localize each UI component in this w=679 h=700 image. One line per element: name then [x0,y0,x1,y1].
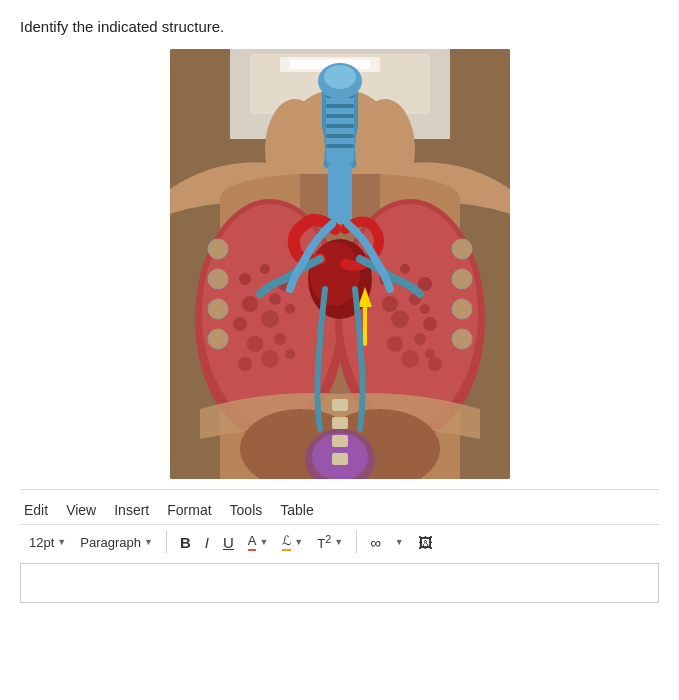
svg-point-42 [391,310,409,328]
svg-rect-13 [326,144,354,148]
divider-1 [166,531,167,553]
svg-rect-12 [326,134,354,138]
link-button[interactable]: ∞ [365,532,386,553]
svg-point-27 [261,310,279,328]
svg-point-43 [420,304,430,314]
menu-format[interactable]: Format [167,502,211,518]
menu-edit[interactable]: Edit [24,502,48,518]
paragraph-chevron: ▼ [144,537,153,547]
svg-point-58 [208,299,228,319]
font-size-value: 12pt [29,535,54,550]
underline-label: U [223,534,234,551]
svg-point-51 [310,242,360,306]
svg-point-46 [428,357,442,371]
svg-point-22 [260,264,270,274]
svg-rect-67 [332,417,348,429]
svg-point-57 [208,269,228,289]
svg-point-15 [324,65,356,89]
svg-rect-68 [332,435,348,447]
svg-point-28 [285,304,295,314]
svg-point-33 [285,349,295,359]
font-size-chevron: ▼ [57,537,66,547]
svg-point-62 [452,299,472,319]
svg-point-56 [208,239,228,259]
main-container: Identify the indicated structure. [0,0,679,700]
svg-point-32 [261,350,279,368]
format-toolbar: 12pt ▼ Paragraph ▼ B I U [20,524,659,559]
toolbar-area: Edit View Insert Format Tools Table 12pt… [20,489,659,603]
svg-point-21 [239,273,251,285]
italic-label: I [205,534,209,551]
anatomy-image [170,49,510,479]
svg-point-60 [452,239,472,259]
image-wrapper [20,49,659,479]
svg-rect-9 [326,104,354,108]
svg-point-24 [242,296,258,312]
superscript-dropdown[interactable]: T2 ▼ [312,531,348,553]
font-color-chevron: ▼ [259,537,268,547]
svg-point-44 [387,336,403,352]
menu-view[interactable]: View [66,502,96,518]
highlight-chevron: ▼ [294,537,303,547]
image-icon: 🖼 [418,534,433,551]
question-text: Identify the indicated structure. [20,18,659,35]
svg-point-29 [247,336,263,352]
paragraph-label: Paragraph [80,535,141,550]
link-icon: ∞ [370,534,381,551]
bold-button[interactable]: B [175,532,196,553]
font-size-dropdown[interactable]: 12pt ▼ [24,533,71,552]
menu-table[interactable]: Table [280,502,313,518]
answer-area[interactable] [20,563,659,603]
svg-rect-49 [328,164,352,224]
highlight-dropdown[interactable]: ℒ ▼ [277,531,308,553]
menu-tools[interactable]: Tools [230,502,263,518]
svg-point-47 [401,350,419,368]
link-dropdown[interactable]: ▼ [390,535,409,549]
menu-bar: Edit View Insert Format Tools Table [20,496,659,524]
svg-point-30 [274,333,286,345]
svg-rect-10 [326,114,354,118]
svg-point-61 [452,269,472,289]
underline-button[interactable]: U [218,532,239,553]
image-button[interactable]: 🖼 [413,532,438,553]
svg-point-37 [400,264,410,274]
svg-point-45 [414,333,426,345]
svg-point-41 [423,317,437,331]
svg-point-39 [382,296,398,312]
superscript-chevron: ▼ [334,537,343,547]
italic-button[interactable]: I [200,532,214,553]
divider-2 [356,531,357,553]
paragraph-dropdown[interactable]: Paragraph ▼ [75,533,158,552]
highlight-label: ℒ [282,533,291,551]
font-color-dropdown[interactable]: A ▼ [243,531,274,553]
svg-rect-69 [332,453,348,465]
superscript-label: T2 [317,533,331,551]
font-color-label: A [248,533,257,551]
bold-label: B [180,534,191,551]
svg-point-63 [452,329,472,349]
svg-point-48 [425,349,435,359]
menu-insert[interactable]: Insert [114,502,149,518]
svg-point-25 [269,293,281,305]
svg-rect-66 [332,399,348,411]
svg-point-26 [233,317,247,331]
svg-point-59 [208,329,228,349]
svg-point-31 [238,357,252,371]
svg-rect-11 [326,124,354,128]
link-chevron: ▼ [395,537,404,547]
